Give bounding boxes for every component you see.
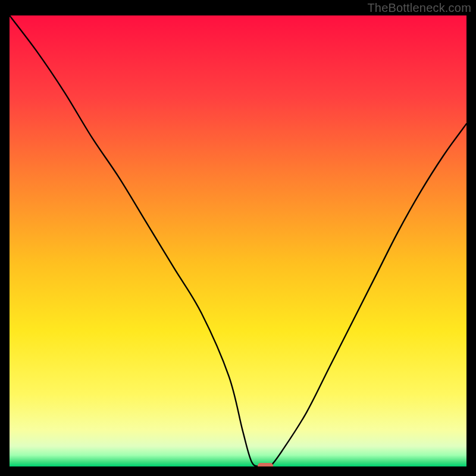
chart-svg	[10, 15, 466, 466]
chart-frame: TheBottleneck.com	[0, 0, 476, 476]
watermark-text: TheBottleneck.com	[367, 1, 471, 15]
plot-area	[10, 15, 466, 466]
chart-background	[10, 15, 466, 466]
optimal-point-marker	[258, 463, 273, 466]
